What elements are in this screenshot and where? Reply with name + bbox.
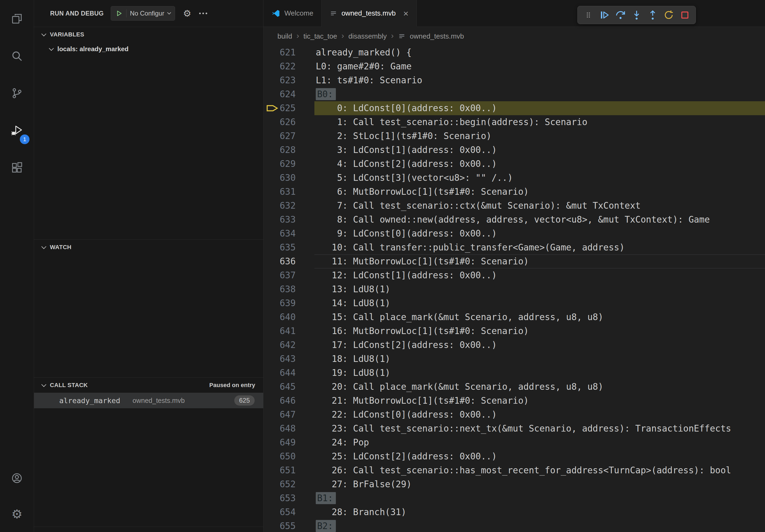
stop-button[interactable] [677, 8, 692, 23]
code-line-643[interactable]: 643 18: LdU8(1) [264, 352, 765, 366]
gutter-651[interactable]: 651 [264, 463, 296, 477]
gutter-649[interactable]: 649 [264, 435, 296, 449]
gutter-628[interactable]: 628 [264, 143, 296, 157]
gutter-639[interactable]: 639 [264, 296, 296, 310]
code-line-622[interactable]: 622L0: game#2#0: Game [264, 60, 765, 73]
code-line-629[interactable]: 629 4: LdConst[2](address: 0x00..) [264, 157, 765, 171]
code-line-630[interactable]: 630 5: LdConst[3](vector<u8>: "" /..) [264, 171, 765, 185]
code-line-646[interactable]: 646 21: MutBorrowLoc[1](ts#1#0: Scenario… [264, 394, 765, 408]
code-line-627[interactable]: 627 2: StLoc[1](ts#1#0: Scenario) [264, 129, 765, 143]
gutter-647[interactable]: 647 [264, 408, 296, 421]
gutter-631[interactable]: 631 [264, 185, 296, 199]
call-stack-section-header[interactable]: CALL STACK Paused on entry [34, 378, 263, 393]
breadcrumb-disassembly[interactable]: disassembly [349, 32, 387, 40]
restart-button[interactable] [661, 8, 676, 23]
gutter-629[interactable]: 629 [264, 157, 296, 171]
gutter-621[interactable]: 621 [264, 46, 296, 60]
code-editor[interactable]: 621already_marked() {622L0: game#2#0: Ga… [264, 46, 765, 532]
gutter-625[interactable]: 625 [264, 101, 296, 115]
breakpoints-section-header[interactable]: BREAKPOINTS [34, 527, 263, 532]
step-over-button[interactable] [613, 8, 628, 23]
run-and-debug-icon[interactable]: 1 [0, 112, 34, 149]
gutter-636[interactable]: 636 [264, 254, 296, 268]
step-out-button[interactable] [645, 8, 660, 23]
code-line-648[interactable]: 648 23: Call test_scenario::next_tx(&mut… [264, 421, 765, 435]
source-control-icon[interactable] [0, 75, 34, 112]
code-line-649[interactable]: 649 24: Pop [264, 435, 765, 449]
gutter-637[interactable]: 637 [264, 268, 296, 282]
code-line-639[interactable]: 639 14: LdU8(1) [264, 296, 765, 310]
gutter-640[interactable]: 640 [264, 310, 296, 324]
code-line-655[interactable]: 655B2: [264, 519, 765, 532]
gutter-641[interactable]: 641 [264, 324, 296, 338]
gutter-627[interactable]: 627 [264, 129, 296, 143]
gutter-652[interactable]: 652 [264, 477, 296, 491]
drag-grip-icon[interactable] [581, 8, 596, 23]
tab-owned-tests-mvb[interactable]: owned_tests.mvb × [322, 0, 417, 27]
gutter-635[interactable]: 635 [264, 241, 296, 254]
explorer-icon[interactable] [0, 0, 34, 37]
gutter-638[interactable]: 638 [264, 282, 296, 296]
code-line-636[interactable]: 636 11: MutBorrowLoc[1](ts#1#0: Scenario… [264, 254, 765, 268]
gutter-654[interactable]: 654 [264, 505, 296, 519]
start-debugging-icon[interactable] [115, 10, 123, 17]
gutter-643[interactable]: 643 [264, 352, 296, 366]
code-line-647[interactable]: 647 22: LdConst[0](address: 0x00..) [264, 408, 765, 421]
gutter-650[interactable]: 650 [264, 449, 296, 463]
breadcrumb-build[interactable]: build [278, 32, 292, 40]
gutter-645[interactable]: 645 [264, 380, 296, 394]
code-line-650[interactable]: 650 25: LdConst[2](address: 0x00..) [264, 449, 765, 463]
gutter-653[interactable]: 653 [264, 491, 296, 505]
tab-welcome[interactable]: Welcome [264, 0, 322, 27]
code-line-653[interactable]: 653B1: [264, 491, 765, 505]
code-line-628[interactable]: 628 3: LdConst[1](address: 0x00..) [264, 143, 765, 157]
close-tab-icon[interactable]: × [403, 9, 408, 18]
gutter-633[interactable]: 633 [264, 213, 296, 227]
continue-button[interactable] [597, 8, 612, 23]
code-line-654[interactable]: 654 28: Branch(31) [264, 505, 765, 519]
code-line-642[interactable]: 642 17: LdConst[2](address: 0x00..) [264, 338, 765, 352]
gutter-622[interactable]: 622 [264, 60, 296, 73]
variables-section-header[interactable]: VARIABLES [34, 27, 263, 42]
gutter-632[interactable]: 632 [264, 199, 296, 213]
code-line-644[interactable]: 644 19: LdU8(1) [264, 366, 765, 380]
code-line-634[interactable]: 634 9: LdConst[0](address: 0x00..) [264, 227, 765, 241]
code-line-640[interactable]: 640 15: Call place_mark(&mut Scenario, a… [264, 310, 765, 324]
code-line-626[interactable]: 626 1: Call test_scenario::begin(address… [264, 115, 765, 129]
search-icon[interactable] [0, 37, 34, 75]
watch-section-header[interactable]: WATCH [34, 240, 263, 255]
code-line-637[interactable]: 637 12: LdConst[1](address: 0x00..) [264, 268, 765, 282]
code-line-623[interactable]: 623L1: ts#1#0: Scenario [264, 73, 765, 87]
gutter-655[interactable]: 655 [264, 519, 296, 532]
code-line-638[interactable]: 638 13: LdU8(1) [264, 282, 765, 296]
breadcrumb-tic-tac-toe[interactable]: tic_tac_toe [304, 32, 337, 40]
code-line-635[interactable]: 635 10: Call transfer::public_transfer<G… [264, 241, 765, 254]
code-line-625[interactable]: 625 0: LdConst[0](address: 0x00..) [264, 101, 765, 115]
gutter-648[interactable]: 648 [264, 421, 296, 435]
gutter-624[interactable]: 624 [264, 87, 296, 101]
more-actions-icon[interactable] [198, 10, 208, 17]
code-line-624[interactable]: 624B0: [264, 87, 765, 101]
gutter-634[interactable]: 634 [264, 227, 296, 241]
gutter-646[interactable]: 646 [264, 394, 296, 408]
code-line-631[interactable]: 631 6: MutBorrowLoc[1](ts#1#0: Scenario) [264, 185, 765, 199]
code-line-633[interactable]: 633 8: Call owned::new(address, address,… [264, 213, 765, 227]
extensions-icon[interactable] [0, 149, 34, 186]
code-line-632[interactable]: 632 7: Call test_scenario::ctx(&mut Scen… [264, 199, 765, 213]
gutter-644[interactable]: 644 [264, 366, 296, 380]
locals-scope-row[interactable]: locals: already_marked [34, 42, 263, 56]
gutter-626[interactable]: 626 [264, 115, 296, 129]
launch-config-dropdown[interactable]: No Configur [111, 6, 175, 21]
debug-gear-icon[interactable]: ⚙ [183, 9, 191, 18]
settings-gear-icon[interactable]: ⚙ [0, 496, 34, 532]
gutter-630[interactable]: 630 [264, 171, 296, 185]
code-line-652[interactable]: 652 27: BrFalse(29) [264, 477, 765, 491]
account-icon[interactable] [0, 460, 34, 496]
code-line-645[interactable]: 645 20: Call place_mark(&mut Scenario, a… [264, 380, 765, 394]
call-stack-frame-row[interactable]: already_marked owned_tests.mvb 625 [34, 393, 263, 408]
gutter-642[interactable]: 642 [264, 338, 296, 352]
code-line-641[interactable]: 641 16: MutBorrowLoc[1](ts#1#0: Scenario… [264, 324, 765, 338]
step-into-button[interactable] [629, 8, 644, 23]
code-line-651[interactable]: 651 26: Call test_scenario::has_most_rec… [264, 463, 765, 477]
gutter-623[interactable]: 623 [264, 73, 296, 87]
